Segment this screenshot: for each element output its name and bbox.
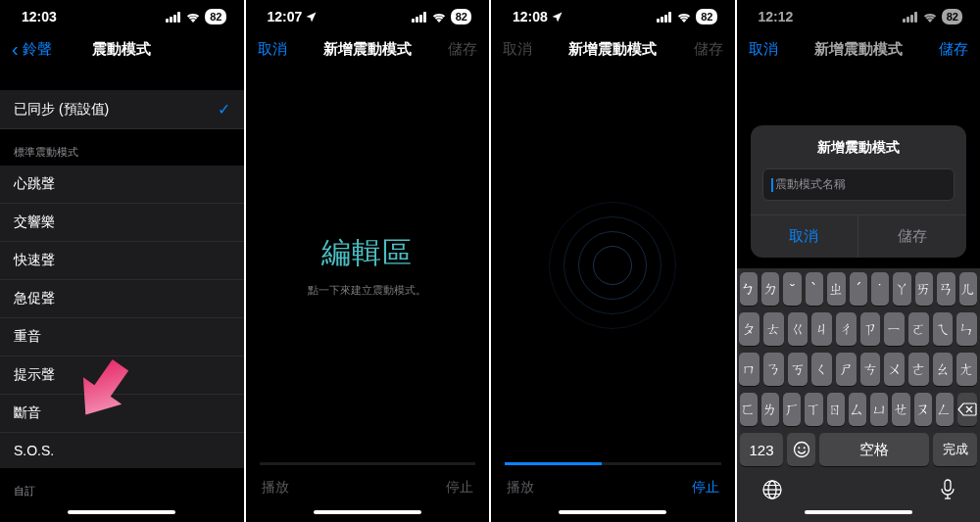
key-char[interactable]: ㄚ [893, 272, 910, 306]
wifi-icon [676, 12, 692, 23]
key-char[interactable]: ㄥ [936, 393, 954, 426]
key-char[interactable]: ㄏ [783, 393, 801, 426]
key-char[interactable]: ㄣ [956, 312, 977, 346]
key-char[interactable]: ㄖ [827, 393, 845, 426]
battery-indicator: 82 [696, 9, 716, 24]
key-char[interactable]: ㄛ [908, 312, 929, 346]
nav-bar: 取消 新增震動模式 儲存 [491, 29, 735, 69]
synced-row[interactable]: 已同步 (預設值) ✓ [0, 90, 244, 129]
name-placeholder: 震動模式名稱 [775, 176, 846, 193]
svg-rect-12 [668, 12, 671, 23]
vibration-row[interactable]: 斷音 [0, 395, 244, 433]
key-backspace[interactable] [957, 393, 977, 426]
cancel-button[interactable]: 取消 [749, 40, 778, 59]
dialog-title: 新增震動模式 [751, 125, 967, 168]
back-button[interactable]: ‹ 鈴聲 [12, 39, 52, 59]
key-123[interactable]: 123 [740, 433, 784, 466]
save-button[interactable]: 儲存 [694, 40, 723, 59]
stop-button[interactable]: 停止 [446, 479, 473, 497]
key-char[interactable]: ˇ [783, 272, 801, 306]
key-char[interactable]: ㄞ [915, 272, 933, 306]
dialog-save-button[interactable]: 儲存 [858, 215, 966, 258]
key-char[interactable]: ㄔ [836, 312, 857, 346]
save-label: 儲存 [448, 40, 477, 57]
key-char[interactable]: ˙ [871, 272, 889, 306]
key-space[interactable]: 空格 [819, 433, 929, 466]
vibration-row[interactable]: 提示聲 [0, 356, 244, 395]
key-char[interactable]: ㄩ [870, 393, 888, 426]
play-button[interactable]: 播放 [507, 479, 534, 497]
key-char[interactable]: ㄙ [849, 393, 866, 426]
key-char[interactable]: ㄅ [740, 272, 758, 306]
screen-vibration-list: 12:03 82 ‹ 鈴聲 震動模式 已同步 (預設值) ✓ 標準震動模式 心跳… [0, 0, 244, 522]
edit-canvas[interactable] [491, 69, 735, 462]
play-button[interactable]: 播放 [262, 479, 289, 497]
cancel-button[interactable]: 取消 [503, 40, 532, 59]
key-char[interactable]: ㄇ [739, 353, 760, 386]
screen-edit-recording: 12:08 82 取消 新增震動模式 儲存 播放 [491, 0, 735, 522]
key-char[interactable]: ㄝ [892, 393, 909, 426]
checkmark-icon: ✓ [218, 100, 230, 119]
home-indicator [491, 504, 735, 522]
timeline-bar[interactable] [505, 462, 721, 465]
timeline-bar[interactable] [260, 462, 476, 465]
key-char[interactable]: ㄨ [884, 353, 905, 386]
stop-button[interactable]: 停止 [692, 479, 719, 497]
key-char[interactable]: ㄆ [739, 312, 760, 346]
home-indicator [246, 504, 490, 522]
name-input[interactable]: 震動模式名稱 [762, 168, 956, 201]
key-char[interactable]: ˊ [850, 272, 867, 306]
vibration-row[interactable]: 快速聲 [0, 242, 244, 280]
keyboard: ㄅㄉˇˋㄓˊ˙ㄚㄞㄢㄦㄆㄊㄍㄐㄔㄗㄧㄛㄟㄣㄇㄋㄎㄑㄕㄘㄨㄜㄠㄤㄈㄌㄏㄒㄖㄙㄩㄝㄡ… [737, 268, 981, 522]
key-emoji[interactable] [787, 433, 814, 466]
vibration-row[interactable]: 急促聲 [0, 280, 244, 318]
name-dialog: 新增震動模式 震動模式名稱 取消 儲存 [751, 125, 967, 258]
key-char[interactable]: ㄎ [788, 353, 808, 386]
key-char[interactable]: ㄋ [763, 353, 784, 386]
nav-bar: ‹ 鈴聲 震動模式 [0, 29, 244, 69]
cellular-icon [657, 12, 672, 23]
key-char[interactable]: ㄓ [827, 272, 845, 306]
edit-canvas[interactable]: 編輯區 點一下來建立震動模式。 [246, 69, 490, 462]
key-char[interactable]: ㄈ [740, 393, 758, 426]
vibration-row[interactable]: S.O.S. [0, 433, 244, 468]
vibration-ripple-icon [539, 192, 686, 339]
key-char[interactable]: ㄟ [933, 312, 954, 346]
key-char[interactable]: ˋ [806, 272, 823, 306]
vibration-row[interactable]: 交響樂 [0, 204, 244, 242]
cancel-button[interactable]: 取消 [258, 40, 287, 59]
key-char[interactable]: ㄧ [884, 312, 905, 346]
save-button[interactable]: 儲存 [939, 40, 968, 59]
vibration-row[interactable]: 心跳聲 [0, 166, 244, 204]
key-char[interactable]: ㄑ [811, 353, 832, 386]
mic-icon[interactable] [940, 479, 956, 500]
key-char[interactable]: ㄌ [761, 393, 779, 426]
key-char[interactable]: ㄤ [956, 353, 977, 386]
svg-rect-27 [945, 480, 951, 491]
save-button[interactable]: 儲存 [448, 40, 477, 59]
key-char[interactable]: ㄘ [860, 353, 881, 386]
wifi-icon [185, 12, 201, 23]
key-char[interactable]: ㄦ [959, 272, 977, 306]
key-char[interactable]: ㄜ [908, 353, 929, 386]
edit-title: 編輯區 [321, 233, 413, 273]
key-char[interactable]: ㄢ [937, 272, 955, 306]
key-char[interactable]: ㄠ [933, 353, 954, 386]
home-indicator [0, 504, 244, 522]
key-char[interactable]: ㄊ [763, 312, 784, 346]
cancel-label: 取消 [258, 40, 287, 59]
key-char[interactable]: ㄐ [811, 312, 832, 346]
key-char[interactable]: ㄗ [860, 312, 881, 346]
dialog-cancel-button[interactable]: 取消 [751, 215, 859, 258]
key-char[interactable]: ㄍ [788, 312, 808, 346]
vibration-row[interactable]: 重音 [0, 318, 244, 356]
key-done[interactable]: 完成 [933, 433, 977, 466]
key-char[interactable]: ㄕ [836, 353, 857, 386]
key-char[interactable]: ㄡ [914, 393, 932, 426]
key-char[interactable]: ㄒ [805, 393, 822, 426]
svg-rect-9 [657, 19, 660, 23]
key-char[interactable]: ㄉ [761, 272, 779, 306]
svg-rect-0 [166, 19, 169, 23]
playback-controls: 播放 停止 [246, 465, 490, 504]
globe-icon[interactable] [761, 479, 783, 500]
